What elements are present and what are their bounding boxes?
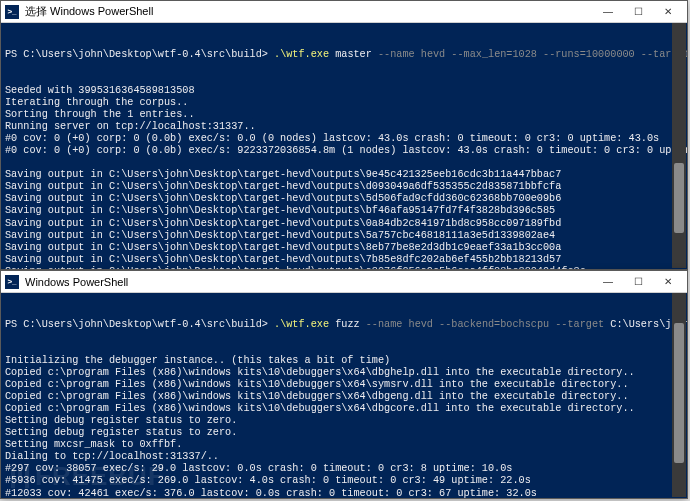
minimize-button[interactable]: — bbox=[593, 272, 623, 292]
terminal-output[interactable]: PS C:\Users\john\Desktop\wtf-0.4\src\bui… bbox=[1, 23, 687, 269]
scroll-thumb[interactable] bbox=[674, 323, 684, 463]
output-line: Saving output in C:\Users\john\Desktop\t… bbox=[5, 254, 683, 266]
prompt-line: PS C:\Users\john\Desktop\wtf-0.4\src\bui… bbox=[5, 319, 683, 331]
minimize-button[interactable]: — bbox=[593, 2, 623, 22]
close-button[interactable]: ✕ bbox=[653, 272, 683, 292]
output-line: Saving output in C:\Users\john\Desktop\t… bbox=[5, 266, 683, 269]
powershell-window-master: >_ 选择 Windows PowerShell — ☐ ✕ PS C:\Use… bbox=[0, 0, 688, 270]
output-line: #297 cov: 38057 exec/s: 29.0 lastcov: 0.… bbox=[5, 463, 683, 475]
output-line bbox=[5, 157, 683, 169]
powershell-window-fuzz: >_ Windows PowerShell — ☐ ✕ PS C:\Users\… bbox=[0, 270, 688, 499]
prompt-path: C:\Users\john\Desktop\wtf-0.4\src\build bbox=[23, 319, 261, 330]
prompt-path: C:\Users\john\Desktop\wtf-0.4\src\build bbox=[23, 49, 261, 60]
output-line: Saving output in C:\Users\john\Desktop\t… bbox=[5, 205, 683, 217]
output-line: Copied c:\program Files (x86)\windows ki… bbox=[5, 391, 683, 403]
output-line: Copied c:\program Files (x86)\windows ki… bbox=[5, 403, 683, 415]
output-line: Iterating through the corpus.. bbox=[5, 97, 683, 109]
output-line: Running server on tcp://localhost:31337.… bbox=[5, 121, 683, 133]
prompt-sep: > bbox=[262, 49, 274, 60]
output-line: #12033 cov: 42461 exec/s: 376.0 lastcov:… bbox=[5, 488, 683, 499]
scrollbar[interactable] bbox=[672, 293, 686, 497]
output-line: Saving output in C:\Users\john\Desktop\t… bbox=[5, 181, 683, 193]
output-line: #0 cov: 0 (+0) corp: 0 (0.0b) exec/s: 92… bbox=[5, 145, 683, 157]
cmd-flags: --name hevd --max_len=1028 --runs=100000… bbox=[378, 49, 687, 60]
powershell-icon: >_ bbox=[5, 275, 19, 289]
maximize-button[interactable]: ☐ bbox=[623, 272, 653, 292]
output-line: Saving output in C:\Users\john\Desktop\t… bbox=[5, 169, 683, 181]
maximize-button[interactable]: ☐ bbox=[623, 2, 653, 22]
output-line: Saving output in C:\Users\john\Desktop\t… bbox=[5, 218, 683, 230]
output-line: Sorting through the 1 entries.. bbox=[5, 109, 683, 121]
output-line: Saving output in C:\Users\john\Desktop\t… bbox=[5, 193, 683, 205]
output-line: Copied c:\program Files (x86)\windows ki… bbox=[5, 379, 683, 391]
prompt-sep: > bbox=[262, 319, 274, 330]
window-controls: — ☐ ✕ bbox=[593, 272, 683, 292]
cmd-exe: .\wtf.exe bbox=[274, 319, 329, 330]
output-line: Setting debug register status to zero. bbox=[5, 427, 683, 439]
output-line: Setting mxcsr_mask to 0xffbf. bbox=[5, 439, 683, 451]
cmd-mode: fuzz bbox=[329, 319, 366, 330]
output-line: #5936 cov: 41475 exec/s: 269.0 lastcov: … bbox=[5, 475, 683, 487]
prompt-prefix: PS bbox=[5, 319, 23, 330]
scroll-thumb[interactable] bbox=[674, 163, 684, 233]
window-controls: — ☐ ✕ bbox=[593, 2, 683, 22]
titlebar[interactable]: >_ 选择 Windows PowerShell — ☐ ✕ bbox=[1, 1, 687, 23]
titlebar[interactable]: >_ Windows PowerShell — ☐ ✕ bbox=[1, 271, 687, 293]
cmd-mode: master bbox=[329, 49, 378, 60]
close-button[interactable]: ✕ bbox=[653, 2, 683, 22]
output-line: Copied c:\program Files (x86)\windows ki… bbox=[5, 367, 683, 379]
output-line: Seeded with 3995316364589813508 bbox=[5, 85, 683, 97]
powershell-icon: >_ bbox=[5, 5, 19, 19]
prompt-prefix: PS bbox=[5, 49, 23, 60]
cmd-flags: --name hevd --backend=bochscpu --target bbox=[366, 319, 604, 330]
output-line: Setting debug register status to zero. bbox=[5, 415, 683, 427]
output-line: Saving output in C:\Users\john\Desktop\t… bbox=[5, 242, 683, 254]
prompt-line: PS C:\Users\john\Desktop\wtf-0.4\src\bui… bbox=[5, 49, 683, 61]
window-title: 选择 Windows PowerShell bbox=[25, 4, 593, 19]
terminal-output[interactable]: PS C:\Users\john\Desktop\wtf-0.4\src\bui… bbox=[1, 293, 687, 498]
output-line: #0 cov: 0 (+0) corp: 0 (0.0b) exec/s: 0.… bbox=[5, 133, 683, 145]
output-line: Saving output in C:\Users\john\Desktop\t… bbox=[5, 230, 683, 242]
scrollbar[interactable] bbox=[672, 23, 686, 268]
cmd-exe: .\wtf.exe bbox=[274, 49, 329, 60]
output-line: Dialing to tcp://localhost:31337/.. bbox=[5, 451, 683, 463]
window-title: Windows PowerShell bbox=[25, 276, 593, 288]
output-line: Initializing the debugger instance.. (th… bbox=[5, 355, 683, 367]
